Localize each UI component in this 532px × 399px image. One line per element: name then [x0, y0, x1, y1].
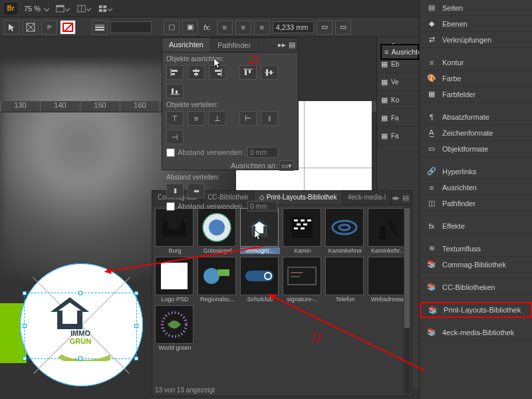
panel-item-kontur[interactable]: ≡Kontur [420, 55, 532, 70]
svg-rect-4 [99, 5, 102, 8]
view-options-icon[interactable] [55, 1, 70, 16]
anchor-1-icon[interactable]: ▭ [317, 20, 332, 35]
page-tool-icon[interactable]: P [41, 20, 57, 35]
library-item[interactable]: signature-... [283, 257, 323, 303]
panel-item-cc-bibliotheken[interactable]: 📚CC-Bibliotheken [420, 279, 532, 295]
annotation-2: 2) [249, 53, 259, 67]
library-item[interactable]: Webadresse [368, 257, 408, 303]
panel-item--eck-media-bibliothek[interactable]: 📚4eck-media-Bibliothek [420, 325, 532, 340]
svg-rect-1 [57, 5, 64, 7]
tab-pathfinder[interactable]: Pathfinder [210, 38, 258, 52]
dist-top-icon[interactable]: ⊤ [166, 111, 184, 126]
panel-collapse-icon[interactable]: ▸▸ [278, 41, 286, 49]
panel-item-objektformate[interactable]: ▭Objektformate [420, 141, 532, 157]
collapsed-panel-item[interactable]: ▦Fa [377, 127, 419, 145]
panel-item-ebenen[interactable]: ◆Ebenen [420, 16, 532, 32]
bridge-icon[interactable]: Br [4, 3, 17, 15]
panel-item-verkn-pfungen[interactable]: ⇄Verknüpfungen [420, 32, 532, 48]
container-icon[interactable] [23, 20, 39, 35]
dist-right-icon[interactable]: ⊣ [166, 130, 184, 144]
library-thumbnail [325, 208, 364, 247]
svg-rect-22 [217, 73, 221, 75]
library-tab[interactable]: 4eck-media-l [342, 191, 392, 205]
svg-line-52 [388, 219, 396, 235]
selection-tool-icon[interactable] [4, 20, 20, 35]
svg-marker-35 [180, 219, 186, 225]
measure-field[interactable]: 4,233 mm [273, 21, 314, 33]
panel-item-seiten[interactable]: ▤Seiten [420, 0, 532, 16]
panel-item-textumfluss[interactable]: ≋Textumfluss [420, 241, 532, 257]
align-vcenter-icon[interactable] [261, 65, 278, 80]
align-to-dropdown[interactable]: ▭▾ [279, 160, 294, 171]
tab-ausrichten[interactable]: Ausrichten [162, 38, 210, 52]
svg-rect-33 [180, 225, 186, 237]
fill-swatch[interactable]: ​ [60, 20, 76, 35]
panel-item-farbe[interactable]: 🎨Farbe [420, 70, 532, 86]
transform-icon[interactable]: ▣ [182, 20, 198, 35]
distribute-spacing-label: Abstand verteilen: [166, 174, 294, 181]
library-item[interactable]: Telefon [325, 257, 365, 303]
align-icon: ≡ [426, 184, 437, 192]
align-left-icon[interactable] [166, 65, 184, 80]
para-align-2-icon[interactable]: ≡ [235, 20, 251, 35]
align-hcenter-icon[interactable] [188, 65, 205, 80]
cursor-icon [214, 59, 222, 69]
anchor-2-icon[interactable]: ▭ [335, 20, 351, 35]
panel-item-zeichenformate[interactable]: A̲Zeichenformate [420, 125, 532, 141]
library-item[interactable]: World green [155, 305, 195, 351]
library-item[interactable]: Burg [155, 208, 195, 254]
collapsed-panel-item[interactable]: ▦Ve [377, 73, 419, 91]
effects-icon[interactable]: fx. [203, 23, 211, 31]
svg-rect-30 [172, 88, 174, 94]
panel-item-hyperlinks[interactable]: 🔗Hyperlinks [420, 164, 532, 180]
panel-menu-icon[interactable]: ▤ [289, 41, 295, 49]
spacing-field-1[interactable]: 0 mm [247, 147, 278, 158]
library-thumbnail [368, 257, 406, 295]
arrange-docs-icon[interactable] [98, 1, 112, 16]
dist-vcenter-icon[interactable]: ≡ [188, 111, 205, 126]
library-thumbnail [325, 257, 364, 295]
dist-space-h-icon[interactable]: ⬌ [188, 184, 205, 198]
panel-item-effekte[interactable]: fxEffekte [420, 218, 532, 234]
dist-left-icon[interactable]: ⊢ [239, 111, 257, 126]
dist-hcenter-icon[interactable]: ⫴ [261, 111, 278, 126]
selection-frame[interactable]: IMMOGRÜN [24, 293, 137, 359]
panel-item-ausrichten[interactable]: ≡Ausrichten [420, 180, 532, 196]
dist-bottom-icon[interactable]: ⊥ [209, 111, 226, 126]
dist-space-v-icon[interactable]: ⬍ [166, 184, 184, 198]
library-item[interactable]: Kaminkehrer [325, 208, 365, 254]
align-bottom-icon[interactable] [166, 84, 184, 98]
svg-rect-42 [301, 219, 305, 221]
library-item[interactable]: Regionalsc... [198, 257, 237, 303]
placed-logo[interactable] [51, 297, 89, 329]
collapsed-panel-item[interactable]: ▦Ko [377, 91, 419, 109]
panel-item-print-layouts-bibliothek[interactable]: 📚Print-Layouts-Bibliothek [420, 302, 532, 318]
library-item[interactable]: Gütesiegel [198, 208, 237, 254]
panel-item-farbfelder[interactable]: ▦Farbfelder [420, 86, 532, 102]
stroke-weight-icon[interactable] [92, 20, 108, 35]
para-align-3-icon[interactable]: ≡ [254, 20, 270, 35]
spacing-field-2[interactable]: 0 mm [247, 201, 278, 211]
ausrichten-dock-button[interactable]: ≡ Ausrichten [380, 44, 419, 60]
panel-item-absatzformate[interactable]: ¶Absatzformate [420, 109, 532, 125]
stroke-style[interactable] [110, 21, 152, 33]
lib-icon: 📚 [428, 306, 438, 315]
library-thumbnail [155, 305, 194, 344]
panel-item-commag-bibliothek[interactable]: 📚Commag-Bibliothek [420, 257, 532, 273]
library-item[interactable]: Kamin [283, 208, 323, 254]
screen-mode-icon[interactable] [76, 1, 91, 16]
panel-item-pathfinder[interactable]: ◫Pathfinder [420, 196, 532, 211]
library-item[interactable]: Kaminkehr... [368, 208, 408, 254]
library-item[interactable]: Logo PSD [155, 257, 195, 303]
para-align-1-icon[interactable]: ≡ [217, 20, 233, 35]
panel-menu-icon[interactable]: ▤ [402, 194, 409, 202]
library-scrollbar[interactable] [404, 207, 410, 394]
collapsed-panel-item[interactable]: ▦Fa [377, 109, 419, 127]
panel-collapse-icon[interactable]: ◂▸ [392, 194, 400, 202]
use-spacing-checkbox-2[interactable] [166, 202, 175, 211]
align-top-icon[interactable] [239, 65, 257, 80]
use-spacing-checkbox[interactable] [166, 148, 175, 157]
align-objects-label: Objekte ausrichten: [166, 55, 294, 63]
zoom-level[interactable]: 75 % [24, 5, 49, 13]
corner-options-icon[interactable]: ▢ [164, 20, 180, 35]
